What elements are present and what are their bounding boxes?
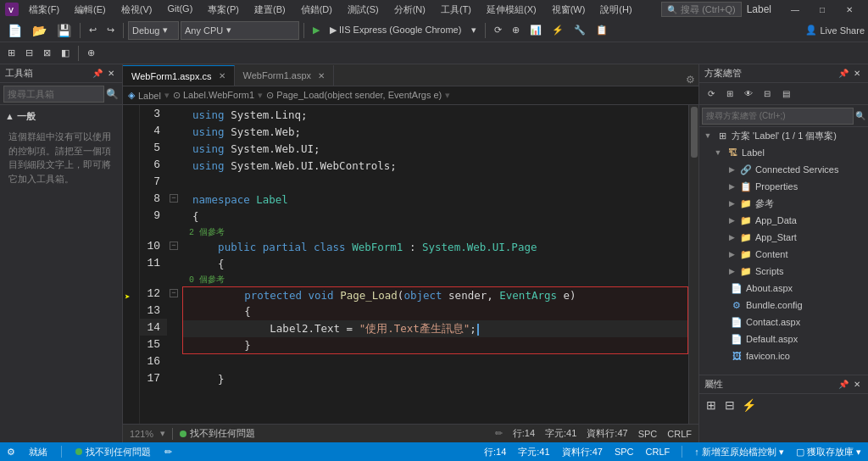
- collapse-method[interactable]: −: [167, 285, 181, 302]
- app-start-icon: 📁: [739, 230, 753, 244]
- toolbar-extra-1[interactable]: ⟳: [490, 21, 506, 40]
- status-repo-button[interactable]: ▢ 獲取存放庫 ▾: [796, 446, 861, 458]
- status-encoding: SPC: [615, 447, 634, 457]
- project-label[interactable]: ▼ 🏗 Label: [699, 144, 868, 161]
- menu-tools[interactable]: 工具(T): [434, 2, 478, 18]
- menu-analyze[interactable]: 分析(N): [387, 2, 432, 18]
- debug-config-dropdown[interactable]: Debug ▾: [128, 21, 179, 40]
- menu-extensions[interactable]: 延伸模組(X): [480, 2, 543, 18]
- favicon-ico-icon: 🖼: [730, 349, 743, 363]
- menu-help[interactable]: 說明(H): [593, 2, 638, 18]
- save-button[interactable]: 💾: [53, 21, 75, 40]
- properties-pin-button[interactable]: 📌: [837, 379, 849, 391]
- menu-edit[interactable]: 編輯(E): [68, 2, 113, 18]
- tree-connected-services[interactable]: ▶ 🔗 Connected Services: [699, 161, 868, 178]
- menu-git[interactable]: Git(G): [160, 2, 199, 18]
- menu-window[interactable]: 視窗(W): [545, 2, 593, 18]
- undo-button[interactable]: ↩: [85, 21, 101, 40]
- menu-debug[interactable]: 偵錯(D): [294, 2, 339, 18]
- tree-favicon-ico[interactable]: 🖼 favicon.ico: [699, 347, 868, 364]
- redo-button[interactable]: ↪: [103, 21, 119, 40]
- live-share-button[interactable]: 👤 Live Share: [805, 25, 865, 36]
- references-icon: 📁: [739, 197, 753, 210]
- cpu-config-dropdown[interactable]: Any CPU ▾: [181, 21, 299, 40]
- menu-view[interactable]: 檢視(V): [114, 2, 159, 18]
- zoom-level[interactable]: 121%: [130, 429, 153, 439]
- tab-webform-cs[interactable]: WebForm1.aspx.cs ✕: [123, 65, 235, 86]
- nav-class-full[interactable]: ⊙ Label.WebForm1: [173, 90, 254, 101]
- tree-content[interactable]: ▶ 📁 Content: [699, 246, 868, 263]
- solution-search-input[interactable]: [702, 108, 854, 125]
- sol-show-all-button[interactable]: 👁: [740, 86, 757, 103]
- toolbox-pin-button[interactable]: 📌: [92, 68, 103, 80]
- toolbar-extra-5[interactable]: 🔧: [570, 21, 590, 40]
- tb2-btn-4[interactable]: ◧: [57, 44, 74, 63]
- toolbar-extra-2[interactable]: ⊕: [508, 21, 524, 40]
- menu-build[interactable]: 建置(B): [248, 2, 292, 18]
- project-icon: 🏗: [726, 146, 739, 159]
- app-start-arrow: ▶: [726, 233, 737, 242]
- code-editor[interactable]: ➤ 3 4 5 6 7 8 9 10 11 12 13 14 15 16 17: [123, 105, 698, 424]
- tree-scripts[interactable]: ▶ 📁 Scripts: [699, 263, 868, 280]
- about-aspx-label: About.aspx: [746, 283, 793, 293]
- tab-webform-aspx[interactable]: WebForm1.aspx ✕: [235, 65, 335, 86]
- nav-file-icon: ◈: [128, 90, 135, 101]
- run-label[interactable]: ▶ IIS Express (Google Chrome): [326, 21, 465, 40]
- toolbox-search-input[interactable]: [3, 86, 104, 103]
- menu-project[interactable]: 專案(P): [201, 2, 246, 18]
- cursor-data-col: 資料行:47: [587, 427, 627, 440]
- tb2-btn-1[interactable]: ⊞: [3, 44, 19, 63]
- menu-bar: 檔案(F) 編輯(E) 檢視(V) Git(G) 專案(P) 建置(B) 偵錯(…: [22, 2, 658, 18]
- props-sort-button[interactable]: ⊟: [721, 397, 738, 414]
- open-button[interactable]: 📂: [28, 21, 51, 40]
- editor-settings-icon[interactable]: ⚙: [686, 74, 695, 86]
- close-button[interactable]: ✕: [836, 0, 863, 19]
- tree-app-data[interactable]: ▶ 📁 App_Data: [699, 212, 868, 229]
- tab-webform-cs-close[interactable]: ✕: [219, 71, 225, 81]
- solution-root-arrow: ▼: [703, 131, 713, 140]
- vertical-scrollbar[interactable]: [688, 105, 698, 424]
- props-events-button[interactable]: ⚡: [740, 397, 757, 414]
- solution-root[interactable]: ▼ ⊞ 方案 'Label' (1 / 1 個專案): [699, 127, 868, 144]
- tree-default-aspx[interactable]: 📄 Default.aspx: [699, 330, 868, 347]
- sol-filter-button[interactable]: ⊟: [759, 86, 776, 103]
- tree-about-aspx[interactable]: 📄 About.aspx: [699, 280, 868, 297]
- toolbar-extra-3[interactable]: 📊: [526, 21, 546, 40]
- tree-app-start[interactable]: ▶ 📁 App_Start: [699, 229, 868, 246]
- ln-15: 15: [140, 336, 167, 353]
- nav-method[interactable]: ⊙ Page_Load(object sender, EventArgs e): [266, 90, 442, 101]
- tb2-btn-5[interactable]: ⊕: [83, 44, 99, 63]
- code-lines-container[interactable]: using System.Linq; using System.Web; usi…: [167, 107, 688, 388]
- toolbar-extra-4[interactable]: ⚡: [548, 21, 568, 40]
- collapse-class[interactable]: −: [167, 237, 181, 254]
- solution-close-button[interactable]: ✕: [851, 68, 863, 80]
- toolbar-extra-6[interactable]: 📋: [592, 21, 612, 40]
- run-dropdown[interactable]: ▾: [467, 21, 481, 40]
- tab-webform-aspx-close[interactable]: ✕: [318, 71, 325, 81]
- tree-references[interactable]: ▶ 📁 參考: [699, 195, 868, 212]
- new-file-button[interactable]: 📄: [3, 21, 26, 40]
- sol-collapse-button[interactable]: ▤: [777, 86, 794, 103]
- sol-sync-button[interactable]: ⟳: [703, 86, 720, 103]
- scrollbar-thumb[interactable]: [691, 107, 698, 158]
- status-push-button[interactable]: ↑ 新增至原始檔控制 ▾: [694, 446, 784, 458]
- minimize-button[interactable]: —: [782, 0, 809, 19]
- maximize-button[interactable]: □: [809, 0, 836, 19]
- run-button[interactable]: ▶: [309, 21, 324, 40]
- tb2-btn-2[interactable]: ⊟: [21, 44, 37, 63]
- tree-bundle-config[interactable]: ⚙ Bundle.config: [699, 297, 868, 314]
- props-categories-button[interactable]: ⊞: [703, 397, 720, 414]
- sol-properties-button[interactable]: ⊞: [721, 86, 738, 103]
- solution-pin-button[interactable]: 📌: [837, 68, 849, 80]
- toolbox-section-label[interactable]: ▲ 一般: [5, 108, 117, 125]
- collapse-namespace[interactable]: −: [167, 190, 181, 207]
- nav-class-label[interactable]: Label: [138, 91, 161, 101]
- tb2-btn-3[interactable]: ⊠: [39, 44, 55, 63]
- code-content[interactable]: − − − using System.Linq; using System.We…: [167, 105, 688, 424]
- properties-close-button[interactable]: ✕: [851, 379, 863, 391]
- tree-contact-aspx[interactable]: 📄 Contact.aspx: [699, 314, 868, 330]
- menu-test[interactable]: 測試(S): [341, 2, 386, 18]
- toolbox-close-button[interactable]: ✕: [105, 68, 117, 80]
- menu-file[interactable]: 檔案(F): [22, 2, 66, 18]
- tree-properties[interactable]: ▶ 📋 Properties: [699, 178, 868, 195]
